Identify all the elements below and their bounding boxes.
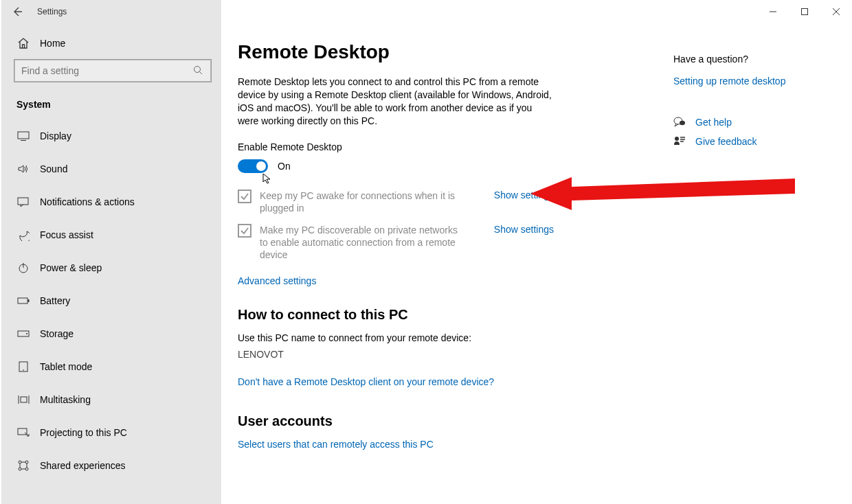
user-accounts-heading: User accounts: [238, 413, 650, 429]
feedback-icon: [673, 136, 686, 147]
sidebar-item-label: Notifications & actions: [40, 196, 135, 207]
svg-rect-6: [18, 132, 29, 139]
sidebar-item-battery[interactable]: Battery: [1, 284, 221, 317]
get-help-icon: [673, 117, 686, 128]
page-description: Remote Desktop lets you connect to and c…: [238, 76, 554, 128]
svg-point-24: [25, 468, 28, 470]
close-button[interactable]: [820, 0, 852, 23]
svg-point-21: [19, 461, 21, 463]
svg-rect-19: [21, 397, 27, 402]
toggle-knob: [256, 161, 266, 171]
svg-point-27: [675, 137, 679, 141]
select-users-link[interactable]: Select users that can remotely access th…: [238, 439, 434, 450]
toggle-state-label: On: [278, 161, 291, 172]
projecting-icon: [16, 428, 30, 437]
sidebar-category: System: [1, 95, 221, 119]
sidebar: Home System Display Sound Notifications …: [1, 23, 221, 504]
sidebar-item-tablet-mode[interactable]: Tablet mode: [1, 350, 221, 383]
sidebar-home-label: Home: [40, 38, 65, 49]
battery-icon: [16, 297, 30, 305]
checkmark-icon: [240, 226, 249, 236]
maximize-icon: [801, 8, 808, 15]
sidebar-item-label: Sound: [40, 163, 67, 174]
svg-point-22: [25, 461, 28, 463]
display-icon: [16, 131, 30, 141]
window-title: Settings: [37, 7, 67, 16]
discoverable-row: Make my PC discoverable on private netwo…: [238, 224, 554, 262]
sidebar-item-label: Storage: [40, 328, 74, 339]
sidebar-item-label: Shared experiences: [40, 460, 126, 471]
search-box[interactable]: [14, 59, 212, 82]
sidebar-item-power-sleep[interactable]: Power & sleep: [1, 251, 221, 284]
keep-awake-label: Keep my PC awake for connections when it…: [260, 190, 466, 214]
svg-point-23: [19, 468, 21, 470]
keep-awake-show-settings-link[interactable]: Show settings: [494, 190, 554, 201]
sidebar-item-storage[interactable]: Storage: [1, 317, 221, 350]
sidebar-item-display[interactable]: Display: [1, 119, 221, 152]
minimize-button[interactable]: [757, 0, 789, 23]
home-icon: [16, 37, 30, 49]
how-to-connect-text: Use this PC name to connect from your re…: [238, 332, 650, 343]
remote-desktop-client-link[interactable]: Don't have a Remote Desktop client on yo…: [238, 376, 494, 387]
multitasking-icon: [16, 395, 30, 404]
have-a-question-label: Have a question?: [673, 54, 838, 65]
sidebar-home[interactable]: Home: [1, 30, 221, 59]
discoverable-show-settings-link[interactable]: Show settings: [494, 224, 554, 235]
titlebar: Settings: [0, 0, 852, 23]
enable-remote-desktop-toggle[interactable]: [238, 159, 268, 173]
back-button[interactable]: [1, 0, 33, 23]
discoverable-checkbox[interactable]: [238, 224, 251, 238]
back-arrow-icon: [12, 6, 23, 17]
cursor-icon: [262, 173, 273, 184]
search-icon: [193, 65, 204, 77]
give-feedback-label: Give feedback: [695, 136, 757, 147]
sidebar-item-label: Display: [40, 130, 71, 141]
svg-point-26: [680, 121, 685, 125]
power-icon: [16, 262, 30, 273]
svg-rect-11: [18, 298, 27, 303]
search-input[interactable]: [21, 65, 193, 76]
get-help-link[interactable]: Get help: [673, 117, 838, 128]
setting-up-remote-desktop-link[interactable]: Setting up remote desktop: [673, 76, 838, 87]
svg-rect-1: [802, 9, 808, 15]
sidebar-item-projecting[interactable]: Projecting to this PC: [1, 416, 221, 449]
pc-name: LENOVOT: [238, 349, 650, 360]
enable-remote-desktop-label: Enable Remote Desktop: [238, 141, 650, 152]
notifications-icon: [16, 197, 30, 207]
svg-rect-8: [18, 198, 28, 205]
sidebar-item-label: Power & sleep: [40, 262, 102, 273]
page-title: Remote Desktop: [238, 41, 650, 63]
discoverable-label: Make my PC discoverable on private netwo…: [260, 224, 466, 262]
aside-panel: Have a question? Setting up remote deskt…: [673, 41, 838, 504]
svg-point-4: [194, 66, 201, 72]
sidebar-item-label: Projecting to this PC: [40, 427, 127, 438]
svg-rect-20: [18, 428, 27, 435]
minimize-icon: [770, 8, 776, 15]
focus-assist-icon: [16, 229, 30, 241]
keep-awake-checkbox[interactable]: [238, 190, 251, 203]
svg-point-14: [26, 333, 27, 334]
shared-experiences-icon: [16, 460, 30, 471]
sidebar-item-focus-assist[interactable]: Focus assist: [1, 218, 221, 251]
maximize-button[interactable]: [789, 0, 820, 23]
sidebar-item-multitasking[interactable]: Multitasking: [1, 383, 221, 416]
svg-line-5: [200, 71, 203, 74]
give-feedback-link[interactable]: Give feedback: [673, 136, 838, 147]
sidebar-item-notifications[interactable]: Notifications & actions: [1, 185, 221, 218]
svg-rect-12: [28, 299, 30, 302]
sidebar-item-label: Battery: [40, 295, 70, 306]
sidebar-item-shared-experiences[interactable]: Shared experiences: [1, 449, 221, 482]
advanced-settings-link[interactable]: Advanced settings: [238, 275, 316, 286]
sidebar-item-label: Multitasking: [40, 394, 91, 405]
sound-icon: [16, 164, 30, 174]
close-icon: [833, 8, 840, 15]
content-area: Remote Desktop Remote Desktop lets you c…: [221, 23, 852, 504]
tablet-icon: [16, 361, 30, 372]
sidebar-item-label: Tablet mode: [40, 361, 92, 372]
keep-awake-row: Keep my PC awake for connections when it…: [238, 190, 554, 214]
get-help-label: Get help: [695, 117, 732, 128]
how-to-connect-heading: How to connect to this PC: [238, 307, 650, 323]
storage-icon: [16, 330, 30, 338]
checkmark-icon: [240, 192, 249, 201]
sidebar-item-sound[interactable]: Sound: [1, 152, 221, 185]
